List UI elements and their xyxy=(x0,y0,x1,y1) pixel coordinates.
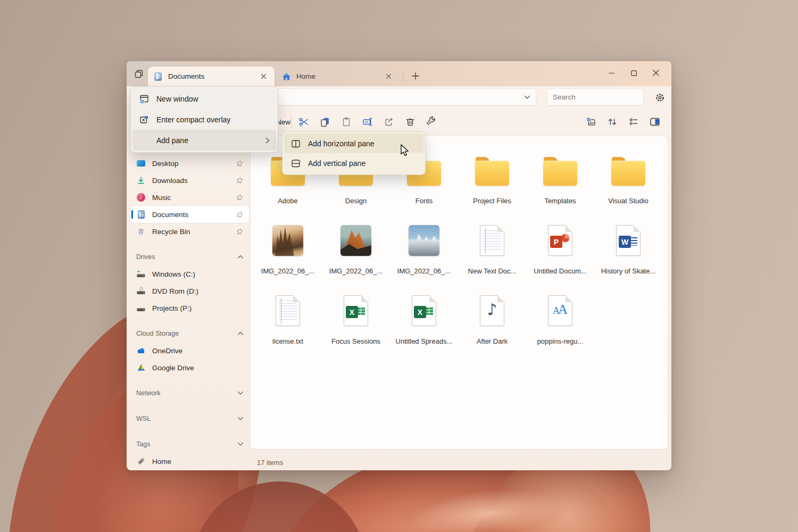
sidebar-item-onedrive[interactable]: OneDrive xyxy=(131,342,249,359)
sidebar-item-projects-p[interactable]: Projects (P:) xyxy=(131,300,249,317)
sidebar-item-downloads[interactable]: Downloads xyxy=(131,172,249,189)
desktop-icon xyxy=(136,159,146,168)
file-list-panel: Adobe Design Fonts Project Files Templat… xyxy=(250,136,668,450)
files-app-window: Documents Home xyxy=(127,61,671,470)
grid-item-folder[interactable]: Project Files xyxy=(458,150,526,220)
properties-button[interactable] xyxy=(421,112,442,131)
toolbar-file-actions xyxy=(293,112,442,131)
menu-item-label: Add vertical pane xyxy=(308,159,417,168)
thumbnails-check-icon xyxy=(585,115,597,128)
pin-icon[interactable] xyxy=(235,159,244,168)
copy-button[interactable] xyxy=(314,112,336,131)
folder-icon xyxy=(543,157,577,186)
grid-item-file[interactable]: XFocus Sessions xyxy=(322,290,390,361)
menu-item-label: Enter compact overlay xyxy=(156,115,270,124)
chevron-up-icon xyxy=(237,331,244,336)
menu-item-add-pane[interactable]: Add pane xyxy=(132,130,276,151)
sort-button[interactable] xyxy=(602,112,623,131)
onedrive-icon xyxy=(136,346,146,355)
pin-icon[interactable] xyxy=(235,193,244,202)
grid-item-file[interactable]: New Text Doc... xyxy=(458,220,526,290)
copy-icon xyxy=(319,116,331,128)
grid-item-file[interactable]: PUntitled Docum... xyxy=(526,220,594,290)
grid-item-image[interactable]: IMG_2022_06_... xyxy=(322,220,390,290)
thumbnails-check-button[interactable] xyxy=(580,112,602,131)
text-file-icon xyxy=(480,225,504,256)
sidebar-item-tag-home[interactable]: Home xyxy=(131,453,249,470)
sidebar-section-cloud-storage[interactable]: Cloud Storage xyxy=(131,325,249,342)
grid-item-image[interactable]: IMG_2022_06_... xyxy=(390,220,458,290)
share-button[interactable] xyxy=(378,112,400,131)
audio-file-icon: ♪ xyxy=(480,295,504,326)
tab-label: Documents xyxy=(168,72,257,80)
chevron-down-icon xyxy=(237,391,244,395)
sidebar-section-tags[interactable]: Tags xyxy=(131,436,249,453)
sidebar-section-drives[interactable]: Drives xyxy=(131,248,249,265)
sidebar-item-music[interactable]: ♪ Music xyxy=(131,189,249,206)
grid-item-file[interactable]: AApoppins-regu... xyxy=(526,290,594,361)
folder-icon xyxy=(475,157,509,186)
close-tab-icon[interactable] xyxy=(383,71,394,82)
delete-icon xyxy=(404,116,416,128)
sidebar-item-desktop[interactable]: Desktop xyxy=(131,155,249,172)
excel-file-icon: X xyxy=(412,295,436,326)
new-tab-button[interactable] xyxy=(408,68,423,84)
close-window-button[interactable] xyxy=(645,64,667,81)
pin-icon[interactable] xyxy=(235,176,244,185)
grid-item-image[interactable]: IMG_2022_06_... xyxy=(254,220,322,290)
address-bar[interactable] xyxy=(254,88,536,106)
mouse-cursor xyxy=(400,144,412,157)
sidebar-section-network[interactable]: Network xyxy=(131,385,249,402)
sidebar-item-documents[interactable]: Documents xyxy=(131,206,249,223)
preview-pane-button[interactable] xyxy=(644,112,666,131)
pin-icon[interactable] xyxy=(235,210,244,219)
menu-item-icon-spacer xyxy=(139,135,149,146)
sidebar-item-windows-c[interactable]: Windows (C:) xyxy=(131,265,249,282)
cut-button[interactable] xyxy=(293,112,314,131)
menu-item-compact-overlay[interactable]: Enter compact overlay xyxy=(132,109,276,130)
sidebar-section-wsl[interactable]: WSL xyxy=(131,410,249,427)
grid-item-file[interactable]: license.txt xyxy=(254,290,322,361)
drive-icon xyxy=(136,303,146,313)
minimize-button[interactable] xyxy=(600,64,622,81)
view-options-button[interactable] xyxy=(623,112,644,131)
settings-button[interactable] xyxy=(651,89,668,105)
tab-home[interactable]: Home xyxy=(276,66,400,86)
grid-item-file[interactable]: ♪After Dark xyxy=(458,290,526,361)
grid-item-file[interactable]: WHistory of Skate... xyxy=(594,220,662,290)
chevron-right-icon xyxy=(262,137,270,144)
excel-file-icon: X xyxy=(344,295,368,326)
split-vertical-icon xyxy=(290,158,301,169)
new-window-icon xyxy=(139,94,149,104)
grid-item-folder[interactable]: Visual Studio xyxy=(594,150,662,220)
search-input[interactable] xyxy=(553,93,647,101)
downloads-icon xyxy=(136,176,146,185)
delete-button[interactable] xyxy=(400,112,421,131)
maximize-button[interactable] xyxy=(622,64,645,81)
menu-item-label: New window xyxy=(156,95,270,103)
menu-item-new-window[interactable]: New window xyxy=(132,88,276,109)
tab-documents[interactable]: Documents xyxy=(148,66,275,86)
photo-desert-thumbnail xyxy=(272,225,303,256)
rename-button[interactable] xyxy=(357,112,378,131)
close-tab-icon[interactable] xyxy=(257,71,269,82)
sidebar-item-recycle-bin[interactable]: Recycle Bin xyxy=(131,223,249,240)
sidebar-item-google-drive[interactable]: Google Drive xyxy=(131,359,249,376)
maximize-icon xyxy=(631,70,637,76)
search-box xyxy=(547,88,644,106)
sidebar-toggle-icon[interactable] xyxy=(132,67,146,81)
toolbar-view-actions xyxy=(580,112,666,131)
pin-icon[interactable] xyxy=(235,227,244,236)
window-options-menu: New window Enter compact overlay Add pan… xyxy=(130,86,278,153)
chevron-down-icon[interactable] xyxy=(524,95,530,99)
folder-icon xyxy=(611,157,645,186)
gear-icon xyxy=(655,93,665,103)
tab-divider xyxy=(403,70,403,82)
paste-button[interactable] xyxy=(336,112,357,131)
minimize-icon xyxy=(609,70,614,76)
recycle-bin-icon xyxy=(136,227,146,236)
file-grid: Adobe Design Fonts Project Files Templat… xyxy=(254,150,662,361)
grid-item-folder[interactable]: Templates xyxy=(526,150,594,220)
grid-item-file[interactable]: XUntitled Spreads... xyxy=(390,290,458,361)
sidebar-item-dvd-d[interactable]: DVD Rom (D:) xyxy=(131,282,249,300)
